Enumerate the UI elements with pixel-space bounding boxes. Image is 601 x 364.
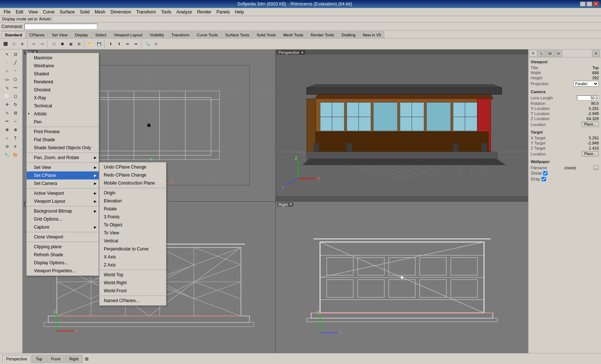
rp-tab-close[interactable]: ✕: [592, 50, 600, 57]
lt-join[interactable]: ⊕: [3, 126, 11, 134]
rp-cam-place-btn[interactable]: Place...: [582, 122, 599, 127]
sm-item-mobile-construction-plane[interactable]: Mobile Construction Plane: [99, 179, 166, 187]
command-input[interactable]: [24, 24, 97, 29]
close-button[interactable]: ✕: [593, 1, 599, 7]
cm-item-print-preview[interactable]: Print Preview: [27, 128, 99, 136]
lt-explode[interactable]: ⊗: [11, 126, 19, 134]
cm-item-close-viewport[interactable]: Close Viewport: [27, 233, 99, 241]
toolbar-tab-cplanes[interactable]: CPlanes: [26, 31, 48, 38]
bottom-tab-arrow[interactable]: ⊞: [83, 356, 90, 362]
lt-spline[interactable]: 〜: [11, 84, 19, 92]
cm-item-refresh-shade[interactable]: Refresh Shade: [27, 251, 99, 259]
lt-extend[interactable]: ↔: [11, 117, 19, 125]
cm-item-technical[interactable]: Technical: [27, 102, 99, 110]
tb-icon-2[interactable]: ◻: [10, 40, 18, 48]
tb-icon-7[interactable]: ⬢: [58, 40, 66, 48]
rp-tgt-place-btn[interactable]: Place...: [582, 151, 599, 157]
menu-item-help[interactable]: Help: [233, 8, 246, 16]
cm-item-viewport-properties[interactable]: Viewport Properties...: [27, 267, 99, 275]
cm-item-shade-selected-objects-only[interactable]: Shade Selected Objects Only: [27, 144, 99, 152]
lt-dim[interactable]: ↕: [3, 134, 11, 142]
cm-item-shaded[interactable]: Shaded: [27, 70, 99, 78]
menu-item-panels[interactable]: Panels: [214, 8, 232, 16]
lt-line[interactable]: ╱: [11, 59, 19, 67]
toolbar-tab-transform[interactable]: Transform: [168, 31, 193, 38]
bottom-tab-right[interactable]: Right: [65, 355, 83, 363]
sm-item-x-axis[interactable]: X Axis: [99, 253, 166, 261]
lt-prop[interactable]: 🔧: [3, 151, 11, 159]
menu-item-solid[interactable]: Solid: [78, 8, 92, 16]
toolbar-tab-mesh-tools[interactable]: Mesh Tools: [280, 31, 306, 38]
sm-item-z-axis[interactable]: Z Axis: [99, 261, 166, 269]
lt-layer[interactable]: ≡: [11, 142, 19, 150]
bottom-tab-top[interactable]: Top: [32, 355, 46, 363]
toolbar-tab-curve-tools[interactable]: Curve Tools: [193, 31, 221, 38]
toolbar-tab-surface-tools[interactable]: Surface Tools: [222, 31, 252, 38]
viewport-right[interactable]: Right ▼: [276, 202, 529, 353]
lt-trim[interactable]: ✂: [3, 117, 11, 125]
sm-item-world-top[interactable]: World Top: [99, 271, 166, 279]
tb-icon-16[interactable]: 🔍: [144, 40, 152, 48]
toolbar-tab-select[interactable]: Select: [92, 31, 110, 38]
cm-item-background-bitmap[interactable]: Background Bitmap▶: [27, 207, 99, 215]
menu-item-edit[interactable]: Edit: [13, 8, 25, 16]
tb-icon-9[interactable]: ⊞: [75, 40, 83, 48]
cm-item-display-options[interactable]: Display Options...: [27, 259, 99, 267]
menu-item-file[interactable]: File: [1, 8, 13, 16]
bottom-tab-perspective[interactable]: Perspective: [2, 355, 31, 363]
sm-item-named-cplanes[interactable]: Named CPlanes...: [99, 297, 166, 305]
lt-rect[interactable]: ▭: [3, 75, 11, 83]
cm-item-set-view[interactable]: Set View▶: [27, 163, 99, 171]
lt-render[interactable]: 🎨: [11, 151, 19, 159]
cm-item-rendered[interactable]: Rendered: [27, 78, 99, 86]
cm-item-pen[interactable]: Pen: [27, 118, 99, 126]
sm-item-undo-cplane-change[interactable]: Undo CPlane Change: [99, 163, 166, 171]
menu-item-curve[interactable]: Curve: [41, 8, 57, 16]
tb-icon-13[interactable]: ⬇: [115, 40, 123, 48]
toolbar-tab-drafting[interactable]: Drafting: [338, 31, 359, 38]
lt-point[interactable]: ·: [3, 59, 11, 67]
menu-item-tools[interactable]: Tools: [159, 8, 173, 16]
rp-vp-proj-select[interactable]: Parallel Perspective: [573, 81, 599, 87]
rp-wp-gray-check[interactable]: [542, 177, 546, 181]
sm-item-world-right[interactable]: World Right: [99, 279, 166, 287]
menu-item-surface[interactable]: Surface: [58, 8, 77, 16]
lt-scale[interactable]: ⤡: [3, 109, 11, 117]
menu-item-view[interactable]: View: [26, 8, 40, 16]
menu-item-mesh[interactable]: Mesh: [93, 8, 107, 16]
sm-item-elevation[interactable]: Elevation: [99, 197, 166, 205]
menu-item-dimension[interactable]: Dimension: [108, 8, 133, 16]
rp-lens-input[interactable]: [577, 95, 599, 100]
lt-window[interactable]: ⊡: [11, 50, 19, 58]
lt-move[interactable]: ✛: [3, 100, 11, 108]
cm-item-set-cplane[interactable]: Set CPlane▶: [27, 171, 99, 179]
toolbar-tab-solid-tools[interactable]: Solid Tools: [253, 31, 279, 38]
tb-icon-3[interactable]: ⊕: [18, 40, 26, 48]
tb-icon-11[interactable]: 💾: [95, 40, 103, 48]
toolbar-tab-set-view[interactable]: Set View: [48, 31, 71, 38]
cm-item-maximize[interactable]: Maximize: [27, 54, 99, 62]
cm-item-grid-options[interactable]: Grid Options...: [27, 215, 99, 223]
viewport-perspective[interactable]: Perspective ▼: [276, 50, 529, 201]
toolbar-tab-standard[interactable]: Standard: [1, 31, 25, 38]
tb-icon-15[interactable]: ➡: [132, 40, 140, 48]
cm-item-flat-shade[interactable]: Flat Shade: [27, 136, 99, 144]
tb-icon-10[interactable]: 📂: [87, 40, 95, 48]
cm-item-capture[interactable]: Capture▶: [27, 223, 99, 231]
lt-curve[interactable]: ∿: [3, 84, 11, 92]
tb-icon-8[interactable]: ▣: [67, 40, 75, 48]
cm-item-x-ray[interactable]: X-Ray: [27, 94, 99, 102]
lt-arc[interactable]: ◜: [11, 67, 19, 75]
tb-icon-5[interactable]: ↪: [38, 40, 46, 48]
tb-icon-14[interactable]: ⬅: [123, 40, 131, 48]
sm-item-redo-cplane-change[interactable]: Redo CPlane Change: [99, 171, 166, 179]
lt-poly[interactable]: ⬡: [11, 75, 19, 83]
lt-loft[interactable]: ◻: [11, 92, 19, 100]
rp-tab-display[interactable]: Di: [546, 50, 554, 57]
tb-icon-12[interactable]: ⬆: [107, 40, 115, 48]
menu-item-render[interactable]: Render: [195, 8, 213, 16]
toolbar-tab-new-in-v5[interactable]: New in V5: [360, 31, 384, 38]
sm-item-3-points[interactable]: 3 Points: [99, 213, 166, 221]
lt-rotate[interactable]: ↻: [11, 100, 19, 108]
sm-item-to-object[interactable]: To Object: [99, 221, 166, 229]
